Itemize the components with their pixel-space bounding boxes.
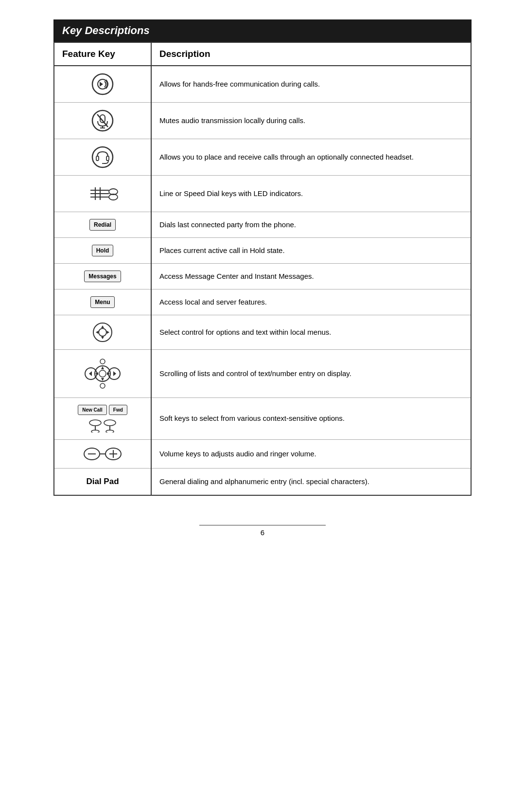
table-row: Menu Access local and server features.	[54, 289, 471, 315]
table-row: Select control for options and text with…	[54, 315, 471, 350]
table-row: Line or Speed Dial keys with LED indicat…	[54, 176, 471, 212]
svg-point-36	[104, 420, 116, 426]
desc-nav: Scrolling of lists and control of text/n…	[151, 350, 471, 398]
svg-marker-24	[113, 371, 116, 376]
menu-button-icon: Menu	[90, 296, 114, 308]
desc-speaker: Allows for hands-free communication duri…	[151, 66, 471, 103]
svg-point-33	[89, 420, 101, 426]
desc-headset: Allows you to place and receive calls th…	[151, 139, 471, 176]
col1-header: Feature Key	[54, 42, 151, 66]
table-row: Scrolling of lists and control of text/n…	[54, 350, 471, 398]
desc-select: Select control for options and text with…	[151, 315, 471, 350]
icon-cell-dialpad: Dial Pad	[54, 469, 151, 495]
icon-cell-softkeys: New Call Fwd	[54, 398, 151, 440]
headset-icon	[91, 146, 114, 168]
messages-button-icon: Messages	[84, 271, 121, 282]
speaker-icon	[91, 73, 114, 95]
svg-marker-27	[101, 366, 104, 369]
svg-marker-28	[101, 378, 104, 381]
desc-volume: Volume keys to adjusts audio and ringer …	[151, 440, 471, 469]
svg-rect-9	[96, 156, 99, 161]
icon-cell-speaker	[54, 66, 151, 103]
table-row: Dial Pad General dialing and alphanumeri…	[54, 469, 471, 495]
table-row: Messages Access Message Center and Insta…	[54, 264, 471, 289]
svg-point-26	[99, 370, 106, 377]
soft-key-icons	[86, 419, 120, 433]
svg-marker-2	[100, 82, 103, 87]
icon-cell-menu: Menu	[54, 289, 151, 315]
icon-cell-nav	[54, 350, 151, 398]
redial-button-icon: Redial	[89, 219, 116, 231]
desc-menu: Access local and server features.	[151, 289, 471, 315]
footer: 6	[53, 525, 472, 537]
icon-cell-redial: Redial	[54, 212, 151, 238]
col2-header: Description	[151, 42, 471, 66]
table-row: Hold Places current active call in Hold …	[54, 238, 471, 264]
desc-softkeys: Soft keys to select from various context…	[151, 398, 471, 440]
svg-point-31	[100, 359, 105, 364]
footer-divider	[199, 525, 326, 525]
desc-messages: Access Message Center and Instant Messag…	[151, 264, 471, 289]
svg-point-38	[106, 430, 114, 433]
table-row: New Call Fwd S	[54, 398, 471, 440]
mute-icon	[91, 109, 114, 132]
desc-redial: Dials last connected party from the phon…	[151, 212, 471, 238]
table-row: Volume keys to adjusts audio and ringer …	[54, 440, 471, 469]
table-row: Allows you to place and receive calls th…	[54, 139, 471, 176]
svg-marker-22	[89, 371, 92, 376]
table-row: Allows for hands-free communication duri…	[54, 66, 471, 103]
svg-rect-10	[106, 156, 109, 161]
icon-cell-hold: Hold	[54, 238, 151, 264]
icon-cell-messages: Messages	[54, 264, 151, 289]
svg-point-8	[92, 147, 113, 167]
dial-pad-label: Dial Pad	[86, 477, 119, 486]
nav-cluster-icon	[83, 357, 122, 391]
icon-cell-headset	[54, 139, 151, 176]
desc-mute: Mutes audio transmission locally during …	[151, 103, 471, 139]
svg-point-20	[99, 328, 106, 336]
svg-point-32	[100, 383, 105, 388]
icon-cell-linekey	[54, 176, 151, 212]
new-call-softkey-icon: New Call	[78, 405, 107, 415]
hold-button-icon: Hold	[92, 245, 114, 256]
icon-cell-select	[54, 315, 151, 350]
key-descriptions-table: Feature Key Description	[53, 42, 472, 496]
line-key-icon	[86, 182, 120, 205]
select-circle-icon	[92, 322, 113, 343]
icon-cell-volume	[54, 440, 151, 469]
page-container: Key Descriptions Feature Key Description	[53, 19, 472, 537]
table-row: Redial Dials last connected party from t…	[54, 212, 471, 238]
svg-point-35	[91, 430, 99, 433]
fwd-softkey-icon: Fwd	[109, 405, 127, 415]
desc-dialpad: General dialing and alphanumeric entry (…	[151, 469, 471, 495]
icon-cell-mute	[54, 103, 151, 139]
desc-hold: Places current active call in Hold state…	[151, 238, 471, 264]
desc-linekey: Line or Speed Dial keys with LED indicat…	[151, 176, 471, 212]
section-header: Key Descriptions	[53, 19, 472, 42]
volume-keys-icon	[83, 447, 122, 461]
table-row: Mutes audio transmission locally during …	[54, 103, 471, 139]
page-number: 6	[261, 528, 264, 537]
